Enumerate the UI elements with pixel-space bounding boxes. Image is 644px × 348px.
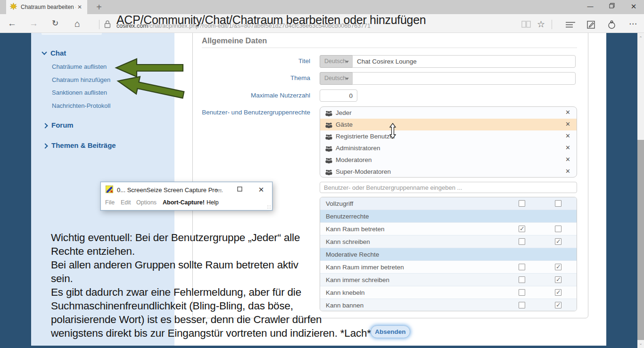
share-icon[interactable] [607,20,616,31]
browser-tab[interactable]: Chatraum bearbeiten - , ✕ [6,0,87,14]
grant-checkbox[interactable] [519,276,525,283]
remove-group-icon[interactable]: ✕ [565,121,570,128]
tab-title: Chatraum bearbeiten - , [21,4,76,10]
new-tab-button[interactable]: + [93,1,105,13]
users-icon [325,169,332,177]
page-left-margin [0,33,31,348]
remove-group-icon[interactable]: ✕ [565,132,570,139]
resize-grip[interactable] [267,205,271,209]
sidebar-item-sanktionen-auflisten[interactable]: Sanktionen auflisten [52,89,107,96]
users-icon [325,110,332,118]
deny-checkbox[interactable] [555,264,561,270]
sidebar-item-nachrichten-protokoll[interactable]: Nachrichten-Protokoll [52,102,110,109]
remove-group-icon[interactable]: ✕ [565,168,570,175]
favicon-icon [10,3,17,12]
deny-checkbox[interactable] [555,289,561,296]
sidebar-section-forum[interactable]: Forum [43,121,74,129]
sidebar-section-chat[interactable]: Chat [42,49,66,57]
permission-section-header: Benutzerrechte [320,210,577,223]
thema-language-select[interactable]: Deutsch [320,72,353,85]
hub-icon[interactable] [565,22,576,30]
grant-checkbox[interactable] [519,238,525,245]
chevron-right-icon [42,143,48,148]
grant-checkbox[interactable] [519,264,525,270]
remove-group-icon[interactable]: ✕ [565,156,570,163]
page-bottom-edge [0,346,637,348]
grant-checkbox[interactable] [519,302,525,308]
scrollbar-thumb[interactable] [637,140,644,340]
grant-checkbox[interactable] [519,289,525,296]
web-note-icon[interactable] [587,21,595,31]
rights-label: Benutzer- und Benutzergruppenrechte [192,109,310,116]
lock-icon [104,20,111,30]
forward-button[interactable]: → [29,18,38,29]
deny-checkbox[interactable] [555,302,561,308]
thema-input[interactable] [352,72,576,85]
section-divider [202,48,577,48]
window-close-button[interactable]: ✕ [625,0,642,13]
titel-language-select[interactable]: Deutsch [320,55,353,68]
refresh-button[interactable]: ↻ [52,18,58,29]
group-list: Jeder ✕ Gäste ✕ Registrierte Benutzer ✕ … [320,106,577,178]
users-icon [325,121,332,130]
more-options-icon[interactable]: ⋯ [629,19,637,29]
max-users-label: Maximale Nutzerzahl [192,92,310,99]
window-restore-button[interactable] [603,0,620,13]
screenseize-menu-file[interactable]: File [105,199,115,206]
tab-close-icon[interactable]: ✕ [76,4,83,10]
home-button[interactable]: ⌂ [74,18,80,29]
deny-checkbox[interactable] [555,200,561,207]
chevron-right-icon [42,123,48,128]
window-minimize-button[interactable]: — [582,0,599,13]
select-arrow-icon [345,78,349,80]
sidebar-item-chatraeume-auflisten[interactable]: Chaträume auflisten [52,63,107,70]
titel-label: Titel [192,57,310,65]
scrollbar-down-arrow[interactable]: ⌄ [638,341,644,346]
deny-checkbox[interactable] [555,276,561,283]
group-row[interactable]: Moderatoren ✕ [320,154,577,166]
screen: Chatraum bearbeiten - , ✕ + — ✕ ← → ↻ ⌂ … [0,0,644,348]
form-section-title: Allgemeine Daten [202,36,267,45]
group-row[interactable]: Administratoren ✕ [320,142,577,154]
grant-checkbox[interactable] [519,226,525,232]
screenseize-window[interactable]: 0... ScreenSeize Screen Capture Pro... —… [100,182,272,210]
users-icon [325,145,332,154]
grant-checkbox[interactable] [519,200,525,207]
toolbar-separator-2 [552,20,552,29]
back-button[interactable]: ← [8,18,17,29]
remove-group-icon[interactable]: ✕ [565,144,570,151]
group-row-highlighted[interactable]: Gäste ✕ [320,119,577,130]
reading-view-icon[interactable] [521,21,531,30]
screenseize-close-icon[interactable]: ✕ [256,186,266,194]
permission-row: Vollzugriff [320,197,577,210]
max-users-input[interactable] [320,89,357,102]
deny-checkbox[interactable] [555,226,561,232]
screenseize-minimize-icon[interactable]: — [214,186,223,193]
annotation-body: Wichtig eventuell: Bei der Benutzergrupp… [51,231,371,340]
remove-group-icon[interactable]: ✕ [565,109,570,116]
submit-button[interactable]: Absenden [371,325,410,338]
scrollbar-up-arrow[interactable]: ⌃ [638,36,644,40]
users-icon [325,133,332,142]
deny-checkbox[interactable] [555,238,561,245]
titel-input[interactable] [352,55,576,68]
group-row[interactable]: Registrierte Benutzer ✕ [320,130,577,142]
group-row[interactable]: Super-Moderatoren ✕ [320,166,577,178]
group-name-input[interactable] [320,182,577,193]
sidebar-item-chatraum-hinzufuegen[interactable]: Chatraum hinzufügen [52,76,110,83]
screenseize-app-icon [106,186,113,195]
annotation-headline: ACP/Community/Chat/Chatraum bearbeiten o… [116,13,426,27]
select-arrow-icon [345,61,349,63]
thema-label: Thema [192,74,310,81]
sidebar-section-themen-beitraege[interactable]: Themen & Beiträge [43,141,116,149]
screenseize-title: 0... ScreenSeize Screen Capture Pro... [117,186,223,194]
toolbar-separator [99,20,99,29]
screenseize-menu-help[interactable]: Help [206,199,219,206]
screenseize-maximize-icon[interactable] [235,186,244,193]
favorites-star-icon[interactable]: ☆ [537,19,545,30]
screenseize-menu-abort-capture[interactable]: Abort-Capture! [163,199,205,206]
screenseize-menu-options[interactable]: Options [136,199,157,206]
group-row[interactable]: Jeder ✕ [320,107,577,119]
users-icon [325,157,332,165]
screenseize-menu-edit[interactable]: Edit [121,199,131,206]
